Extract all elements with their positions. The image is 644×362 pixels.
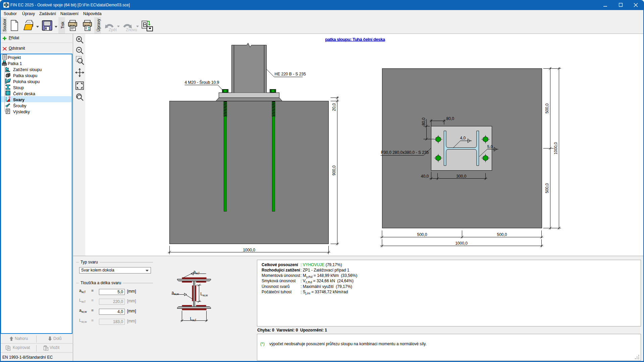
svg-text:?: ? (8, 96, 10, 100)
svg-text:aw,f: aw,f (194, 269, 200, 275)
svg-text:40,0: 40,0 (421, 174, 429, 179)
svg-text:1000,0: 1000,0 (553, 142, 558, 155)
svg-text:4,0: 4,0 (460, 136, 466, 140)
svg-text:500,0: 500,0 (497, 232, 507, 237)
svg-text:5,0: 5,0 (487, 144, 493, 149)
svg-text:P30,0 280,0x380,0 - S 235: P30,0 280,0x380,0 - S 235 (381, 150, 429, 155)
svg-text:500,0: 500,0 (545, 103, 549, 113)
svg-text:4 M20 - Šroub 10.9: 4 M20 - Šroub 10.9 (185, 80, 219, 85)
svg-text:500,0: 500,0 (545, 183, 549, 193)
svg-text:300,0: 300,0 (456, 174, 466, 179)
svg-text:1000,0: 1000,0 (455, 241, 468, 246)
svg-text:aw,w: aw,w (172, 290, 179, 296)
svg-text:HE 220 B - S 235: HE 220 B - S 235 (275, 72, 306, 76)
svg-text:patka sloupu: Tuhá čelní deska: patka sloupu: Tuhá čelní deska (325, 37, 385, 42)
svg-text:500,0: 500,0 (417, 232, 427, 237)
svg-text:Lw,w: Lw,w (201, 292, 208, 297)
svg-text:20,0: 20,0 (332, 103, 336, 111)
svg-text:80,0: 80,0 (421, 117, 426, 125)
svg-text:1000,0: 1000,0 (243, 248, 255, 252)
svg-text:80,0: 80,0 (446, 116, 454, 121)
svg-text:Lw,f: Lw,f (190, 316, 196, 322)
svg-text:900,0: 900,0 (332, 165, 336, 175)
